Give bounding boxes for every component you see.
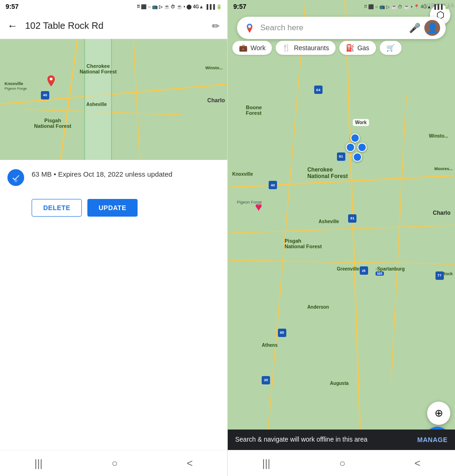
blue-pin-1 <box>350 133 360 143</box>
shopping-icon: 🛒 <box>386 44 395 52</box>
map-label-winston: Winsto... <box>205 66 223 70</box>
edit-button[interactable]: ✏ <box>212 20 220 32</box>
notification-text: Search & navigate will work offline in t… <box>235 435 417 444</box>
heart-pin: ♥ <box>255 200 262 214</box>
r-label-asheville: Asheville <box>319 219 339 224</box>
map-label-cherokee: CherokeeNational Forest <box>79 63 117 74</box>
r-label-pisgah: PisgahNational Forest <box>284 238 322 249</box>
road-v2 <box>133 39 141 160</box>
search-bar[interactable]: Search here 🎤 👤 <box>237 17 446 39</box>
delete-button[interactable]: DELETE <box>32 199 82 217</box>
update-button[interactable]: UPDATE <box>87 199 138 217</box>
back-button[interactable]: ← <box>7 20 18 32</box>
manage-button[interactable]: MANAGE <box>417 436 448 443</box>
chip-shopping[interactable]: 🛒 <box>380 41 402 55</box>
info-text: 63 MB • Expires Oct 18, 2022 unless upda… <box>32 169 172 179</box>
back-nav-button[interactable]: < <box>187 457 193 469</box>
r-label-cherokee: CherokeeNational Forest <box>307 166 348 179</box>
r-label-boone: BooneForest <box>246 105 262 116</box>
route-26: 26 <box>360 266 368 275</box>
map-label-asheville: Asheville <box>86 102 107 107</box>
left-panel: 9:57 ⠿ ⬛ ○ 📺 ▷ ☕ ⏱ ☕ • ⬤ 4G▲ ▐▐▐ 🔋 ← 102… <box>0 0 228 476</box>
back-nav-button-right[interactable]: < <box>415 457 421 469</box>
map-label-knoxville: KnoxvillePigeon Forge <box>5 81 27 91</box>
signal-icons-left: ⠿ ⬛ ○ 📺 ▷ ☕ ⏱ ☕ • ⬤ 4G▲ ▐▐▐ 🔋 <box>137 4 222 9</box>
chip-work[interactable]: 💼 Work <box>232 41 272 55</box>
svg-point-1 <box>14 179 18 182</box>
restaurants-icon: 🍴 <box>282 44 291 52</box>
route-85: 85 <box>278 329 286 337</box>
svg-point-3 <box>248 25 251 28</box>
avatar-image: 👤 <box>427 22 438 33</box>
route-64: 64 <box>314 86 323 94</box>
r-label-mooresville: Moores... <box>435 166 453 171</box>
route-20: 20 <box>262 376 270 384</box>
r-label-knoxville: Knoxville <box>232 172 253 177</box>
search-input[interactable]: Search here <box>260 23 409 33</box>
blue-pin-3 <box>353 152 362 162</box>
r-label-greenville: Greenville <box>337 266 359 271</box>
time-left: 9:57 <box>6 3 19 10</box>
interstate-40: 40 <box>41 91 49 99</box>
route-40-right: 40 <box>269 181 277 189</box>
mic-icon[interactable]: 🎤 <box>409 22 421 33</box>
status-bar-right: 9:57 ⠿ ⬛ ○ 📺 ▷ ☕ ⏱ ☕ • 📍 4G▲ ▐▐▐ 🔋 <box>228 0 455 13</box>
top-bar-left: ← 102 Table Rock Rd ✏ <box>0 13 227 39</box>
status-bar-left: 9:57 ⠿ ⬛ ○ 📺 ▷ ☕ ⏱ ☕ • ⬤ 4G▲ ▐▐▐ 🔋 <box>0 0 227 13</box>
map-background-right: BooneForest CherokeeNational Forest Pisg… <box>228 0 455 476</box>
chip-work-label: Work <box>251 44 265 52</box>
location-button[interactable]: ⊕ <box>427 402 450 425</box>
right-panel: BooneForest CherokeeNational Forest Pisg… <box>228 0 455 476</box>
bottom-nav-left: ||| ○ < <box>0 450 227 476</box>
road-right-h3 <box>228 225 455 233</box>
time-right: 9:57 <box>233 3 246 10</box>
route-385: 385 <box>376 271 384 276</box>
info-section: 63 MB • Expires Oct 18, 2022 unless upda… <box>0 160 227 195</box>
signal-icons-right: ⠿ ⬛ ○ 📺 ▷ ☕ ⏱ ☕ • 📍 4G▲ ▐▐▐ 🔋 <box>364 4 449 9</box>
chip-gas[interactable]: ⛽ Gas <box>339 41 376 55</box>
location-pin <box>46 75 57 89</box>
road-h1 <box>0 84 227 105</box>
work-map-label: Work <box>353 119 369 126</box>
home-button-right[interactable]: ○ <box>339 457 345 469</box>
map-label-charlotte: Charlo <box>207 97 225 104</box>
recent-apps-button-right[interactable]: ||| <box>262 457 270 469</box>
recent-apps-button[interactable]: ||| <box>34 457 42 469</box>
gas-icon: ⛽ <box>346 44 355 52</box>
button-row: DELETE UPDATE <box>0 195 227 224</box>
notification-bar: Search & navigate will work offline in t… <box>228 430 455 450</box>
r-label-spartanburg: ◦Spartanburg <box>376 266 405 271</box>
bottom-nav-right: ||| ○ < <box>228 450 455 476</box>
road-right-h2 <box>228 260 455 265</box>
svg-point-0 <box>50 78 53 80</box>
chip-gas-label: Gas <box>357 44 369 52</box>
road-right-v2 <box>344 0 363 476</box>
blue-pin-4 <box>346 143 355 152</box>
r-label-anderson: Anderson <box>307 304 329 310</box>
route-81-top: 81 <box>337 152 345 161</box>
r-label-winston: Winsto... <box>429 133 448 139</box>
google-maps-logo <box>243 21 257 35</box>
map-label-pisgah: PisgahNational Forest <box>34 118 71 129</box>
chip-restaurants[interactable]: 🍴 Restaurants <box>276 41 335 55</box>
route-81-mid: 81 <box>348 214 356 223</box>
status-icons-left: ⠿ ⬛ ○ 📺 ▷ ☕ ⏱ ☕ • ⬤ 4G▲ ▐▐▐ 🔋 <box>137 4 222 9</box>
route-77: 77 <box>435 271 444 280</box>
home-button[interactable]: ○ <box>112 457 118 469</box>
highlight-strip <box>84 39 112 160</box>
r-label-charlotte: Charlo <box>433 210 450 216</box>
r-label-augusta: Augusta <box>330 381 349 386</box>
road-v1 <box>60 40 78 159</box>
status-icons-right: ⠿ ⬛ ○ 📺 ▷ ☕ ⏱ ☕ • 📍 4G▲ ▐▐▐ 🔋 <box>364 4 449 9</box>
chip-restaurants-label: Restaurants <box>294 44 329 52</box>
map-background: CherokeeNational Forest PisgahNational F… <box>0 39 227 160</box>
work-icon: 💼 <box>239 44 248 52</box>
map-thumbnail[interactable]: CherokeeNational Forest PisgahNational F… <box>0 39 227 160</box>
page-title: 102 Table Rock Rd <box>25 20 212 31</box>
road-right-v3 <box>391 95 407 381</box>
r-label-athens: Athens <box>262 343 277 348</box>
user-avatar[interactable]: 👤 <box>424 20 440 36</box>
blue-pin-2 <box>357 143 367 152</box>
check-icon <box>7 169 24 186</box>
filter-chips: 💼 Work 🍴 Restaurants ⛽ Gas 🛒 <box>228 41 455 59</box>
